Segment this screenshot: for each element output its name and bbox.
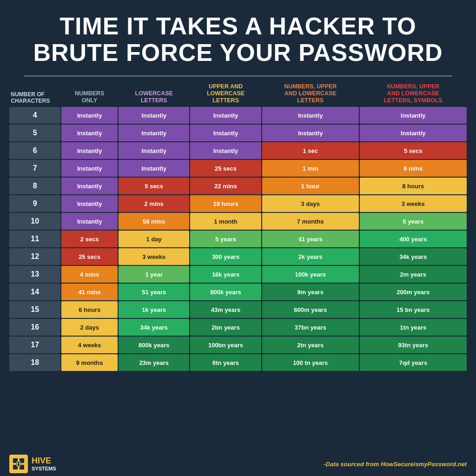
cell-nums: 9 months [61, 354, 118, 371]
cell-nums: 4 weeks [61, 337, 118, 353]
cell-chars: 6 [9, 142, 60, 159]
table-row: 174 weeks800k years100bn years2tn years9… [9, 337, 467, 353]
cell-chars: 11 [9, 231, 60, 247]
cell-upper: 1 month [190, 213, 261, 230]
svg-text:H: H [16, 461, 21, 468]
table-row: 4InstantlyInstantlyInstantlyInstantlyIns… [9, 107, 467, 124]
cell-lower: 34k years [119, 319, 189, 336]
cell-lower: 23m years [119, 354, 189, 371]
table-header-row: Number ofCharacters NumbersOnly Lowercas… [9, 81, 467, 106]
cell-upper: Instantly [190, 142, 261, 159]
hive-logo-svg: H [12, 457, 25, 470]
cell-lower: 3 weeks [119, 248, 189, 265]
cell-chars: 13 [9, 266, 60, 283]
cell-numup: 1 hour [262, 178, 359, 194]
cell-nums: Instantly [61, 107, 118, 124]
table-body: 4InstantlyInstantlyInstantlyInstantlyIns… [9, 107, 467, 371]
page-header: TIME IT TAKES A HACKER TO BRUTE FORCE YO… [0, 0, 476, 71]
cell-upper: 800k years [190, 284, 261, 300]
cell-upper: Instantly [190, 107, 261, 124]
cell-all: 200m years [360, 284, 467, 300]
data-source: -Data sourced from HowSecureismyPassword… [324, 461, 467, 468]
table-row: 1441 mins51 years800k years9m years200m … [9, 284, 467, 300]
table-row: 6InstantlyInstantlyInstantly1 sec5 secs [9, 142, 467, 159]
cell-all: 34k years [360, 248, 467, 265]
table-row: 10Instantly58 mins1 month7 months5 years [9, 213, 467, 230]
cell-upper: 22 mins [190, 178, 261, 194]
cell-nums: 41 mins [61, 284, 118, 300]
table-row: 134 mins1 year16k years100k years2m year… [9, 266, 467, 283]
cell-chars: 16 [9, 319, 60, 336]
cell-numup: 1 min [262, 160, 359, 177]
table-row: 7InstantlyInstantly25 secs1 min6 mins [9, 160, 467, 177]
cell-all: 2m years [360, 266, 467, 283]
cell-numup: Instantly [262, 107, 359, 124]
cell-nums: Instantly [61, 125, 118, 141]
table-row: 8Instantly5 secs22 mins1 hour8 hours [9, 178, 467, 194]
cell-upper: 43m years [190, 301, 261, 318]
cell-upper: 19 hours [190, 195, 261, 212]
cell-all: 8 hours [360, 178, 467, 194]
password-table: Number ofCharacters NumbersOnly Lowercas… [8, 80, 468, 372]
cell-lower: 1 day [119, 231, 189, 247]
cell-nums: Instantly [61, 195, 118, 212]
cell-nums: Instantly [61, 142, 118, 159]
cell-all: 3 weeks [360, 195, 467, 212]
cell-nums: 2 secs [61, 231, 118, 247]
logo: H HIVE SYSTEMS [9, 455, 56, 473]
cell-chars: 17 [9, 337, 60, 353]
cell-chars: 7 [9, 160, 60, 177]
cell-lower: 1k years [119, 301, 189, 318]
cell-all: 5 years [360, 213, 467, 230]
cell-numup: Instantly [262, 125, 359, 141]
cell-numup: 9m years [262, 284, 359, 300]
cell-lower: Instantly [119, 160, 189, 177]
cell-numup: 37bn years [262, 319, 359, 336]
footer: H HIVE SYSTEMS -Data sourced from HowSec… [0, 452, 476, 476]
cell-chars: 4 [9, 107, 60, 124]
header-divider [24, 75, 452, 77]
cell-lower: 800k years [119, 337, 189, 353]
table-row: 1225 secs3 weeks300 years2k years34k yea… [9, 248, 467, 265]
cell-chars: 18 [9, 354, 60, 371]
cell-all: Instantly [360, 107, 467, 124]
cell-all: 7qd years [360, 354, 467, 371]
cell-chars: 8 [9, 178, 60, 194]
cell-numup: 2k years [262, 248, 359, 265]
cell-upper: 16k years [190, 266, 261, 283]
table-row: 189 months23m years6tn years100 tn years… [9, 354, 467, 371]
table-row: 9Instantly2 mins19 hours3 days3 weeks [9, 195, 467, 212]
col-header-all: Numbers, Upperand LowercaseLetters, Symb… [360, 81, 467, 106]
logo-text: HIVE SYSTEMS [32, 456, 56, 472]
cell-lower: Instantly [119, 142, 189, 159]
cell-all: Instantly [360, 125, 467, 141]
cell-nums: Instantly [61, 213, 118, 230]
cell-all: 5 secs [360, 142, 467, 159]
cell-numup: 3 days [262, 195, 359, 212]
cell-upper: 25 secs [190, 160, 261, 177]
cell-numup: 2tn years [262, 337, 359, 353]
cell-nums: 2 days [61, 319, 118, 336]
cell-lower: Instantly [119, 125, 189, 141]
cell-numup: 1 sec [262, 142, 359, 159]
cell-all: 1tn years [360, 319, 467, 336]
cell-nums: Instantly [61, 178, 118, 194]
cell-chars: 5 [9, 125, 60, 141]
cell-chars: 12 [9, 248, 60, 265]
main-table-container: Number ofCharacters NumbersOnly Lowercas… [5, 80, 471, 452]
cell-numup: 600m years [262, 301, 359, 318]
table-row: 162 days34k years2bn years37bn years1tn … [9, 319, 467, 336]
page-title: TIME IT TAKES A HACKER TO BRUTE FORCE YO… [19, 13, 457, 66]
cell-upper: 5 years [190, 231, 261, 247]
cell-nums: 25 secs [61, 248, 118, 265]
cell-all: 93tn years [360, 337, 467, 353]
cell-upper: 100bn years [190, 337, 261, 353]
col-header-chars: Number ofCharacters [9, 81, 60, 106]
cell-upper: Instantly [190, 125, 261, 141]
logo-brand: HIVE [32, 456, 56, 466]
cell-lower: 5 secs [119, 178, 189, 194]
cell-all: 400 years [360, 231, 467, 247]
cell-chars: 10 [9, 213, 60, 230]
cell-nums: 6 hours [61, 301, 118, 318]
cell-lower: 51 years [119, 284, 189, 300]
